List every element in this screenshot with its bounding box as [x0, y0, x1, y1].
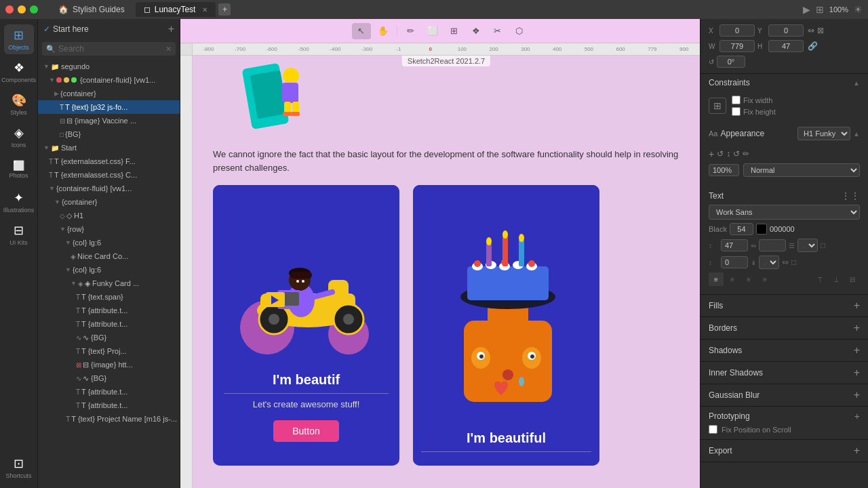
fix-scroll-checkbox[interactable] [709, 425, 717, 434]
fix-height-checkbox[interactable] [732, 107, 741, 116]
tree-item-bg-2[interactable]: ∿ ∿ {BG} [38, 331, 180, 344]
card-1-button[interactable]: Button [273, 420, 338, 442]
lock-icon[interactable]: ⇔ [808, 26, 814, 35]
tree-item-col-1[interactable]: ▼ {col} lg:6 [38, 236, 180, 249]
tree-item-start[interactable]: ▼ 📁 Start [38, 141, 180, 155]
tree-item-container-2[interactable]: ▼ {container} [38, 195, 180, 209]
tree-item-container-fluid-1[interactable]: ▼ {container-fluid} [vw1... [38, 73, 180, 87]
tab-lunacy-test[interactable]: ◻ LunacyTest ✕ [136, 2, 216, 17]
blend-mode-select[interactable]: Normal Multiply Screen [743, 163, 860, 177]
color-swatch[interactable] [756, 224, 767, 235]
pen-tool[interactable]: ✏ [401, 23, 420, 39]
refresh-icon[interactable]: ↺ [717, 149, 724, 159]
add-layer-button[interactable]: + [168, 23, 174, 35]
tree-item-text-project-name[interactable]: T T {text} Project Name [m16 js-... [38, 412, 180, 426]
offset-input[interactable] [721, 256, 748, 268]
lock-aspect-icon[interactable]: 🔗 [808, 41, 818, 51]
tree-item-attr-1[interactable]: T T {attribute.t... [38, 304, 180, 317]
shadows-row[interactable]: Shadows + [701, 340, 868, 362]
gaussian-blur-row[interactable]: Gaussian Blur + [701, 384, 868, 407]
tree-item-image-vaccine[interactable]: ⊟ ⊟ {image} Vaccine ... [38, 114, 180, 127]
opacity-input[interactable] [709, 164, 739, 176]
tree-item-segundo[interactable]: ▼ 📁 segundo [38, 60, 180, 73]
tree-item-container-fluid-2[interactable]: ▼ {container-fluid} [vw1... [38, 182, 180, 195]
flip-icon[interactable]: ⊠ [817, 26, 824, 35]
align-right-btn[interactable]: ≡ [741, 272, 756, 286]
constraints-header[interactable]: Constraints ▲ [701, 74, 868, 92]
hand-tool[interactable]: ✋ [374, 23, 393, 39]
valign-bot-btn[interactable]: ⊟ [845, 272, 860, 286]
fills-row[interactable]: Fills + [701, 295, 868, 317]
canvas-viewport[interactable]: Sketch2React 2021.2.7 [193, 56, 700, 488]
tree-item-bg-3[interactable]: ∿ ∿ {BG} [38, 371, 180, 385]
text-transform-select[interactable]: ↓ [797, 239, 818, 252]
font-family-select[interactable]: Work Sans [709, 205, 860, 220]
sidebar-item-components[interactable]: ❖ Components [4, 57, 34, 87]
sidebar-item-objects[interactable]: ⊞ Objects [4, 24, 34, 54]
x-input[interactable] [719, 24, 755, 37]
align-justify-btn[interactable]: ≡ [757, 272, 772, 286]
select-tool[interactable]: ↖ [352, 23, 371, 39]
align-left-btn[interactable]: ≡ [709, 272, 724, 286]
add-border-icon[interactable]: + [854, 322, 860, 334]
sidebar-item-ui-kits[interactable]: ⊟ UI Kits [4, 220, 34, 249]
tree-item-text-proj[interactable]: T T {text} Proj... [38, 344, 180, 358]
tree-item-image-http[interactable]: ⊠ ⊟ {image} htt... [38, 358, 180, 371]
constraints-toggle[interactable]: ▲ [853, 79, 860, 87]
tree-item-text-p32[interactable]: T T {text} [p32 js-fo... [38, 100, 180, 114]
add-fill-icon[interactable]: + [854, 300, 860, 312]
text-options-icon[interactable]: ⋮⋮ [841, 190, 860, 201]
w-input[interactable] [719, 40, 755, 52]
tree-item-external-1[interactable]: T T {externalasset.css} F... [38, 155, 180, 168]
add-tab-button[interactable]: + [218, 3, 231, 16]
sidebar-item-illustrations[interactable]: ✦ Illustrations [4, 187, 34, 217]
sidebar-item-photos[interactable]: ⬜ Photos [4, 155, 34, 184]
letter-spacing-input[interactable] [759, 239, 786, 251]
tree-item-nice-card[interactable]: ◈ Nice Card Co... [38, 249, 180, 263]
add-inner-shadow-icon[interactable]: + [854, 367, 860, 379]
tree-item-attr-4[interactable]: T T {attribute.t... [38, 399, 180, 412]
search-input[interactable] [58, 44, 163, 54]
minimize-button[interactable] [18, 5, 26, 14]
slice-tool[interactable]: ✂ [488, 23, 507, 39]
play-icon[interactable]: ▶ [803, 4, 810, 15]
unlink-icon[interactable]: ↕ [726, 149, 730, 159]
tree-item-col-2[interactable]: ▼ {col} lg:6 [38, 263, 180, 277]
sidebar-item-shortcuts[interactable]: ⊡ Shortcuts [4, 453, 34, 483]
color-value-input[interactable] [730, 223, 753, 235]
grid-icon[interactable]: ⊞ [816, 4, 824, 15]
maximize-button[interactable] [30, 5, 38, 14]
tree-item-funky-card[interactable]: ▼ ◈ ◈ Funky Card ... [38, 277, 180, 290]
tree-item-bg-1[interactable]: □ {BG} [38, 127, 180, 141]
copy-icon[interactable]: ↺ [733, 149, 740, 159]
tree-item-external-2[interactable]: T T {externalasset.css} C... [38, 168, 180, 182]
component-tool[interactable]: ❖ [467, 23, 486, 39]
h-input[interactable] [768, 40, 804, 52]
valign-top-btn[interactable]: ⊤ [812, 272, 827, 286]
shape-tool[interactable]: ⬜ [423, 23, 442, 39]
inner-shadows-row[interactable]: Inner Shadows + [701, 362, 868, 384]
font-preset-select[interactable]: H1 Funky [797, 127, 850, 140]
tree-item-h1[interactable]: ◇ ◇ H1 [38, 209, 180, 222]
tree-item-attr-3[interactable]: T T {attribute.t... [38, 385, 180, 399]
appearance-header[interactable]: Aa Appearance H1 Funky ▲ [701, 123, 868, 144]
tab-close-icon[interactable]: ✕ [202, 6, 208, 14]
appearance-toggle[interactable]: ▲ [853, 130, 860, 138]
proto-tool[interactable]: ⬡ [510, 23, 529, 39]
text-options2-icon[interactable]: □ [821, 241, 825, 250]
tree-item-text-span[interactable]: T T {text.span} [38, 290, 180, 304]
proto-add-icon[interactable]: + [854, 411, 860, 422]
proto-header[interactable]: Prototyping + [709, 411, 860, 422]
rotation-input[interactable] [717, 56, 745, 68]
tree-item-container-1[interactable]: ▶ {container} [38, 87, 180, 100]
add-blur-icon[interactable]: + [854, 389, 860, 401]
frame-tool[interactable]: ⊞ [445, 23, 464, 39]
close-button[interactable] [5, 5, 14, 14]
tab-stylish-guides[interactable]: 🏠 Stylish Guides [50, 2, 133, 17]
fix-width-checkbox[interactable] [732, 96, 741, 104]
font-size-input[interactable] [721, 239, 748, 251]
borders-row[interactable]: Borders + [701, 317, 868, 340]
sun-icon[interactable]: ☀ [854, 4, 863, 15]
auto-icon[interactable]: □ [791, 258, 796, 267]
sidebar-item-icons[interactable]: ◈ Icons [4, 122, 34, 152]
